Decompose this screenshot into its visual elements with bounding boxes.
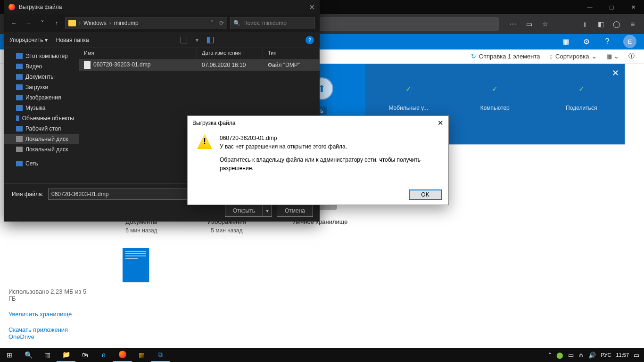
close-button[interactable]: ✕ — [622, 0, 644, 14]
volume-icon[interactable]: 🔊 — [588, 352, 596, 359]
window-controls: — ▢ ✕ — [579, 0, 644, 14]
more-icon[interactable]: ⋯ — [505, 16, 520, 32]
clock[interactable]: 11:57 — [616, 352, 629, 358]
up-level-button[interactable]: ↑ — [51, 20, 62, 26]
dialog-titlebar[interactable]: Выгрузка файла ✕ — [4, 0, 320, 14]
taskbar: ⊞ 🔍 ▥ 📁 🛍 e ▦ ⧉ ˄ ⬤ ▭ ⋔ 🔊 РУС 11:57 ▭ — [0, 348, 644, 362]
firefox-app[interactable] — [113, 348, 132, 362]
help-icon[interactable]: ? — [305, 36, 314, 44]
notifications-icon[interactable]: ▭ — [634, 352, 639, 359]
minimize-button[interactable]: — — [579, 0, 601, 14]
search-icon: 🔍 — [233, 20, 240, 26]
close-icon[interactable]: ✕ — [612, 68, 619, 78]
file-subtitle: 5 мин назад — [123, 227, 160, 234]
check-icon: ✓ — [405, 84, 412, 93]
sort-button[interactable]: ↕ Сортировка ⌄ — [550, 53, 597, 60]
upload-status-text: Отправка 1 элемента — [479, 53, 540, 60]
sidebar-item-thispc[interactable]: Этот компьютер — [4, 51, 79, 61]
chevron-down-icon[interactable]: ˅ — [211, 20, 214, 26]
open-dropdown[interactable]: ▾ — [263, 205, 272, 217]
sidebar-icon[interactable]: ◧ — [593, 16, 608, 32]
language-indicator[interactable]: РУС — [601, 352, 611, 358]
menu-icon[interactable]: ≡ — [625, 16, 640, 32]
start-button[interactable]: ⊞ — [0, 348, 19, 362]
forward-button[interactable]: → — [23, 20, 34, 26]
new-folder-button[interactable]: Новая папка — [56, 37, 89, 43]
tray-chevron-icon[interactable]: ˄ — [548, 352, 552, 359]
sidebar-item-documents[interactable]: Документы — [4, 72, 79, 82]
grid-icon[interactable]: ▦ — [561, 37, 570, 46]
view-list-icon[interactable] — [181, 37, 187, 43]
account-icon[interactable]: ◯ — [609, 16, 624, 32]
file-row[interactable]: 060720-36203-01.dmp 07.06.2020 16:10 Фай… — [79, 59, 320, 71]
settings-icon[interactable]: ⚙ — [582, 37, 591, 46]
view-button[interactable]: ▦ ⌄ — [606, 53, 619, 60]
filename-label: Имя файла: — [10, 191, 43, 197]
close-icon[interactable]: ✕ — [309, 3, 315, 12]
sidebar-item-video[interactable]: Видео — [4, 61, 79, 72]
ok-button[interactable]: OK — [409, 189, 442, 200]
close-icon[interactable]: ✕ — [438, 119, 444, 127]
col-type[interactable]: Тип — [263, 48, 320, 59]
preview-pane-icon[interactable] — [207, 37, 214, 43]
error-title: Выгрузка файла — [192, 120, 236, 126]
onboard-step-pc[interactable]: ✓ Компьютер — [452, 64, 538, 144]
error-dialog: Выгрузка файла ✕ 060720-36203-01.dmpУ ва… — [187, 115, 449, 205]
getapp-link[interactable]: Скачать приложения OneDrive — [8, 326, 95, 340]
sync-icon: ↻ — [471, 53, 476, 60]
cancel-button[interactable]: Отмена — [277, 205, 313, 217]
col-date[interactable]: Дата изменения — [197, 48, 263, 59]
folder-icon — [68, 20, 76, 26]
star-icon[interactable]: ☆ — [537, 16, 553, 32]
error-message: 060720-36203-01.dmpУ вас нет разрешения … — [220, 134, 439, 177]
dialog-navbar: ← → ˅ ↑ › Windows › minidump ˅ ⟳ 🔍 Поиск… — [4, 14, 320, 32]
avatar[interactable]: E — [623, 35, 636, 48]
chevron-down-icon[interactable]: ▾ — [196, 37, 198, 43]
help-icon[interactable]: ? — [603, 37, 612, 46]
open-button[interactable]: Открыть — [225, 205, 263, 217]
sidebar-item-localdisk[interactable]: Локальный диск — [4, 134, 79, 144]
column-headers[interactable]: Имя Дата изменения Тип — [79, 48, 320, 59]
reader-icon[interactable]: ▭ — [521, 16, 537, 32]
powershell-app[interactable]: ⧉ — [151, 348, 170, 362]
store-app[interactable]: 🛍 — [75, 348, 94, 362]
col-name[interactable]: Имя — [79, 48, 197, 59]
sidebar-item-3dobjects[interactable]: Объемные объекты — [4, 113, 79, 123]
library-icon[interactable]: ⫼ — [577, 16, 592, 32]
sidebar-item-images[interactable]: Изображения — [4, 92, 79, 103]
chevron-right-icon: › — [109, 20, 111, 26]
maximize-button[interactable]: ▢ — [601, 0, 622, 14]
file-subtitle: 5 мин назад — [207, 227, 246, 234]
sidebar-item-music[interactable]: Музыка — [4, 103, 79, 113]
info-button[interactable]: ⓘ — [628, 52, 635, 60]
wifi-icon[interactable]: ⋔ — [578, 352, 584, 359]
edge-app[interactable]: e — [94, 348, 113, 362]
sort-icon: ↕ — [550, 53, 553, 60]
battery-icon[interactable]: ▭ — [568, 352, 574, 359]
search-button[interactable]: 🔍 — [19, 348, 38, 362]
file-icon — [84, 61, 91, 69]
error-titlebar[interactable]: Выгрузка файла ✕ — [188, 116, 448, 130]
up-button[interactable]: ˅ — [37, 20, 48, 26]
firefox-icon — [8, 4, 15, 10]
utorrent-icon[interactable]: ⬤ — [556, 352, 563, 359]
back-button[interactable]: ← — [8, 20, 20, 26]
sidebar-item-downloads[interactable]: Загрузки — [4, 82, 79, 92]
organize-button[interactable]: Упорядочить ▾ — [9, 37, 48, 43]
sidebar-item-network[interactable]: Сеть — [4, 158, 79, 169]
search-input[interactable]: 🔍 Поиск: minidump — [230, 17, 315, 29]
system-tray: ˄ ⬤ ▭ ⋔ 🔊 РУС 11:57 ▭ — [544, 352, 644, 359]
taskview-button[interactable]: ▥ — [38, 348, 57, 362]
explorer-app[interactable]: 📁 — [57, 348, 75, 362]
getting-started-doc[interactable] — [123, 248, 149, 282]
refresh-icon[interactable]: ⟳ — [219, 20, 224, 26]
check-icon: ✓ — [578, 84, 585, 93]
breadcrumb[interactable]: › Windows › minidump ˅ ⟳ — [65, 17, 227, 29]
sidebar-item-localdisk2[interactable]: Локальный диск — [4, 144, 79, 155]
open-button-group: Открыть ▾ — [225, 205, 272, 217]
upload-status[interactable]: ↻ Отправка 1 элемента — [471, 53, 540, 60]
app-icon[interactable]: ▦ — [132, 348, 151, 362]
dialog-toolbar: Упорядочить ▾ Новая папка ▾ ? — [4, 32, 320, 48]
sidebar-item-desktop[interactable]: Рабочий стол — [4, 123, 79, 134]
upgrade-link[interactable]: Увеличить хранилище — [8, 311, 95, 318]
